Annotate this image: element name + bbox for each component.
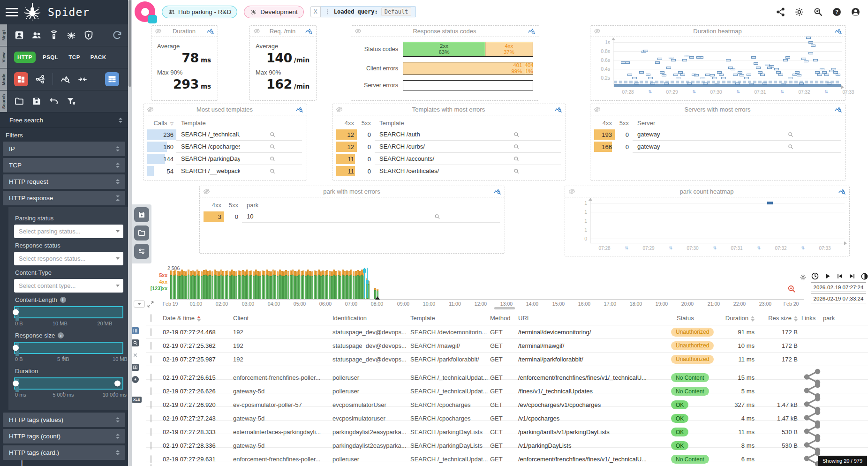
skip-end-icon[interactable]	[848, 272, 856, 280]
view-tab-http[interactable]: HTTP	[14, 52, 36, 63]
response-status-select[interactable]: Select response status...|	[14, 252, 123, 265]
resize-arrows-icon[interactable]: ⇅	[736, 90, 740, 94]
remote-device-icon[interactable]	[49, 30, 59, 40]
inspect-search-icon[interactable]	[813, 7, 823, 17]
magnifier-icon[interactable]	[243, 168, 302, 174]
resize-arrows-icon[interactable]: ⇅	[625, 246, 628, 250]
filter-section-http-tags-card[interactable]: HTTP tags (card.)	[3, 445, 125, 460]
slider-handle[interactable]	[13, 381, 19, 387]
template-usage-row[interactable]: 236 SEARCH /_technicalUpdates	[147, 128, 302, 141]
download-icon[interactable]	[132, 376, 139, 383]
eye-off-icon[interactable]	[336, 106, 343, 113]
avatar[interactable]	[135, 1, 155, 22]
eye-off-icon[interactable]	[253, 28, 260, 35]
magnifier-icon[interactable]	[472, 131, 561, 138]
dashboard-mode-button[interactable]	[14, 72, 28, 86]
status-bar[interactable]: 40199%4041%	[403, 62, 533, 75]
template-usage-row[interactable]: 144 SEARCH /parkingDayLists	[147, 153, 302, 165]
table-row[interactable]: 02-19 07:27:27.243 gateway-5d evcposimul…	[146, 407, 868, 421]
resize-arrows-icon[interactable]: ⇅	[824, 90, 828, 94]
columns-icon[interactable]	[132, 327, 139, 334]
resize-arrows-icon[interactable]: ⇅	[713, 246, 717, 250]
magnifier-icon[interactable]	[740, 131, 841, 138]
selection-start-handle[interactable]	[364, 268, 365, 298]
row-checkbox[interactable]	[151, 428, 151, 436]
server-error-row[interactable]: 193 0 gateway	[594, 128, 841, 141]
timeline-marker[interactable]	[375, 296, 380, 300]
project-chip[interactable]: Hub parking - R&D	[162, 6, 237, 18]
eye-off-icon[interactable]	[147, 106, 154, 113]
row-checkbox[interactable]	[151, 464, 151, 466]
table-mode-button[interactable]	[105, 72, 119, 86]
template-usage-row[interactable]: 160 SEARCH /cpocharges	[147, 141, 302, 153]
magnifier-icon[interactable]	[375, 213, 500, 220]
row-checkbox[interactable]	[151, 387, 151, 395]
close-icon[interactable]	[132, 352, 139, 359]
table-row[interactable]: 02-19 07:27:25.987 192 statuspage_dev@de…	[146, 353, 868, 366]
collapse-timeline-button[interactable]	[134, 301, 145, 308]
clear-query-button[interactable]: X	[310, 6, 321, 17]
row-checkbox[interactable]	[151, 455, 151, 463]
range-end-input[interactable]: 2026-02-19 07:33:24	[811, 293, 866, 303]
column-header-status[interactable]: Status	[664, 315, 717, 322]
chart-explore-icon[interactable]	[528, 27, 536, 35]
column-header-duration[interactable]: Duration	[717, 315, 758, 322]
expand-icon[interactable]	[147, 301, 154, 308]
resize-arrows-icon[interactable]: ⇅	[648, 90, 652, 94]
row-checkbox[interactable]	[151, 401, 151, 409]
column-header-links[interactable]: Links	[801, 315, 823, 322]
folder-icon[interactable]	[14, 96, 24, 106]
server-error-row[interactable]: 166 0 gateway	[594, 141, 841, 153]
save-view-button[interactable]	[134, 207, 149, 222]
column-header-method[interactable]: Method	[490, 315, 518, 322]
slider-handle[interactable]	[13, 309, 19, 316]
table-row[interactable]: 02-19 07:27:28.333 externalinterfaces-pa…	[146, 421, 868, 434]
content-type-select[interactable]: Select content type...|	[14, 279, 123, 293]
environment-chip[interactable]: Development	[244, 6, 304, 18]
undo-icon[interactable]	[49, 96, 59, 106]
table-row[interactable]: 02-19 07:27:29.631 enforcement-frenchfin…	[146, 448, 868, 461]
open-folder-button[interactable]	[134, 225, 149, 241]
filter-section-http-response[interactable]: HTTP response	[3, 191, 125, 205]
save-icon[interactable]	[31, 96, 42, 106]
chart-explore-icon[interactable]	[295, 105, 303, 113]
selection-end-handle[interactable]	[367, 268, 368, 298]
slider-handle[interactable]	[13, 345, 19, 351]
share-icon[interactable]	[776, 7, 785, 17]
help-icon[interactable]: ?	[832, 7, 842, 17]
row-checkbox[interactable]	[151, 374, 151, 382]
timeline-scrollbar[interactable]	[494, 307, 515, 309]
display-settings-button[interactable]	[134, 244, 149, 259]
contrast-icon[interactable]	[860, 272, 868, 280]
column-header-uri[interactable]: URI	[518, 315, 664, 322]
sidebar-scrollbar[interactable]	[128, 0, 132, 466]
row-checkbox[interactable]	[151, 328, 151, 336]
template-error-row[interactable]: 11 0 SEARCH /certificates/	[336, 165, 561, 177]
chart-explore-icon[interactable]	[834, 27, 842, 35]
menu-icon[interactable]	[6, 8, 18, 16]
chart-explore-icon[interactable]	[493, 188, 501, 195]
chart-explore-icon[interactable]	[206, 27, 214, 35]
template-error-row[interactable]: 12 0 SEARCH /auth	[336, 128, 561, 141]
resize-arrows-icon[interactable]: ⇅	[669, 246, 672, 250]
park-error-row[interactable]: 3 0 10	[204, 210, 500, 223]
free-search-toggle[interactable]: Free search	[0, 113, 128, 128]
timeline-settings-gear-icon[interactable]	[800, 274, 807, 283]
park-heatmap-plot[interactable]: 1111007:28⇅07:29⇅07:30⇅07:31⇅07:32⇅07:33	[565, 197, 849, 255]
magnifier-icon[interactable]	[243, 143, 302, 150]
eye-off-icon[interactable]	[568, 188, 575, 195]
table-row[interactable]: 02-19 07:27:26.920 ev-cposimulator-polle…	[146, 393, 868, 407]
resize-arrows-icon[interactable]: ⇅	[757, 246, 761, 250]
timeline-bars[interactable]	[170, 269, 808, 299]
view-tab-tcp[interactable]: TCP	[65, 52, 83, 63]
play-icon[interactable]	[824, 272, 831, 280]
eye-off-icon[interactable]	[203, 188, 210, 195]
history-clock-icon[interactable]	[811, 272, 819, 280]
shield-icon[interactable]	[83, 30, 94, 40]
eye-off-icon[interactable]	[594, 106, 601, 113]
table-row[interactable]: 02-19 07:27:26.626 gateway-5d polleruser…	[146, 380, 868, 393]
magnifier-icon[interactable]	[740, 143, 841, 150]
status-bar[interactable]: 2xx63%4xx37%	[403, 42, 533, 57]
topology-mode-icon[interactable]	[35, 74, 45, 84]
column-header-res-size[interactable]: Res size	[758, 315, 801, 322]
